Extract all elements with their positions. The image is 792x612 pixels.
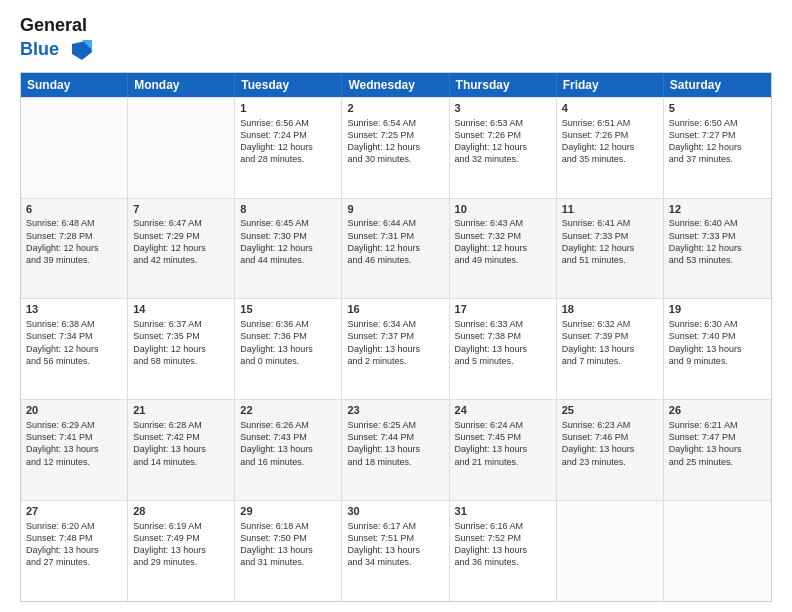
- cal-cell: 14Sunrise: 6:37 AMSunset: 7:35 PMDayligh…: [128, 299, 235, 399]
- day-number: 17: [455, 302, 551, 317]
- cal-header-saturday: Saturday: [664, 73, 771, 97]
- cal-cell: 6Sunrise: 6:48 AMSunset: 7:28 PMDaylight…: [21, 199, 128, 299]
- cell-info: Sunrise: 6:19 AMSunset: 7:49 PMDaylight:…: [133, 520, 229, 569]
- cal-cell: 18Sunrise: 6:32 AMSunset: 7:39 PMDayligh…: [557, 299, 664, 399]
- cal-header-thursday: Thursday: [450, 73, 557, 97]
- cal-cell: 2Sunrise: 6:54 AMSunset: 7:25 PMDaylight…: [342, 98, 449, 198]
- day-number: 6: [26, 202, 122, 217]
- cell-info: Sunrise: 6:26 AMSunset: 7:43 PMDaylight:…: [240, 419, 336, 468]
- calendar-body: 1Sunrise: 6:56 AMSunset: 7:24 PMDaylight…: [21, 97, 771, 601]
- header: General Blue: [20, 16, 772, 64]
- cal-week-5: 27Sunrise: 6:20 AMSunset: 7:48 PMDayligh…: [21, 500, 771, 601]
- day-number: 21: [133, 403, 229, 418]
- calendar: SundayMondayTuesdayWednesdayThursdayFrid…: [20, 72, 772, 602]
- cell-info: Sunrise: 6:41 AMSunset: 7:33 PMDaylight:…: [562, 217, 658, 266]
- cell-info: Sunrise: 6:48 AMSunset: 7:28 PMDaylight:…: [26, 217, 122, 266]
- cal-cell: 31Sunrise: 6:16 AMSunset: 7:52 PMDayligh…: [450, 501, 557, 601]
- day-number: 7: [133, 202, 229, 217]
- day-number: 2: [347, 101, 443, 116]
- cal-cell: 1Sunrise: 6:56 AMSunset: 7:24 PMDaylight…: [235, 98, 342, 198]
- day-number: 18: [562, 302, 658, 317]
- day-number: 14: [133, 302, 229, 317]
- cell-info: Sunrise: 6:21 AMSunset: 7:47 PMDaylight:…: [669, 419, 766, 468]
- cell-info: Sunrise: 6:30 AMSunset: 7:40 PMDaylight:…: [669, 318, 766, 367]
- day-number: 13: [26, 302, 122, 317]
- logo-blue: Blue: [20, 36, 96, 64]
- cal-header-friday: Friday: [557, 73, 664, 97]
- day-number: 30: [347, 504, 443, 519]
- day-number: 26: [669, 403, 766, 418]
- day-number: 24: [455, 403, 551, 418]
- day-number: 1: [240, 101, 336, 116]
- cal-cell: 28Sunrise: 6:19 AMSunset: 7:49 PMDayligh…: [128, 501, 235, 601]
- cal-cell: 17Sunrise: 6:33 AMSunset: 7:38 PMDayligh…: [450, 299, 557, 399]
- cal-cell: 9Sunrise: 6:44 AMSunset: 7:31 PMDaylight…: [342, 199, 449, 299]
- cal-cell: 20Sunrise: 6:29 AMSunset: 7:41 PMDayligh…: [21, 400, 128, 500]
- cell-info: Sunrise: 6:24 AMSunset: 7:45 PMDaylight:…: [455, 419, 551, 468]
- day-number: 5: [669, 101, 766, 116]
- cell-info: Sunrise: 6:54 AMSunset: 7:25 PMDaylight:…: [347, 117, 443, 166]
- calendar-header-row: SundayMondayTuesdayWednesdayThursdayFrid…: [21, 73, 771, 97]
- day-number: 20: [26, 403, 122, 418]
- cal-cell: 3Sunrise: 6:53 AMSunset: 7:26 PMDaylight…: [450, 98, 557, 198]
- cal-cell: 25Sunrise: 6:23 AMSunset: 7:46 PMDayligh…: [557, 400, 664, 500]
- day-number: 22: [240, 403, 336, 418]
- cell-info: Sunrise: 6:51 AMSunset: 7:26 PMDaylight:…: [562, 117, 658, 166]
- cell-info: Sunrise: 6:36 AMSunset: 7:36 PMDaylight:…: [240, 318, 336, 367]
- cell-info: Sunrise: 6:38 AMSunset: 7:34 PMDaylight:…: [26, 318, 122, 367]
- cell-info: Sunrise: 6:43 AMSunset: 7:32 PMDaylight:…: [455, 217, 551, 266]
- cell-info: Sunrise: 6:16 AMSunset: 7:52 PMDaylight:…: [455, 520, 551, 569]
- cal-cell: 21Sunrise: 6:28 AMSunset: 7:42 PMDayligh…: [128, 400, 235, 500]
- cal-header-tuesday: Tuesday: [235, 73, 342, 97]
- day-number: 29: [240, 504, 336, 519]
- cell-info: Sunrise: 6:28 AMSunset: 7:42 PMDaylight:…: [133, 419, 229, 468]
- cell-info: Sunrise: 6:40 AMSunset: 7:33 PMDaylight:…: [669, 217, 766, 266]
- cell-info: Sunrise: 6:53 AMSunset: 7:26 PMDaylight:…: [455, 117, 551, 166]
- cell-info: Sunrise: 6:23 AMSunset: 7:46 PMDaylight:…: [562, 419, 658, 468]
- day-number: 31: [455, 504, 551, 519]
- cell-info: Sunrise: 6:50 AMSunset: 7:27 PMDaylight:…: [669, 117, 766, 166]
- cell-info: Sunrise: 6:25 AMSunset: 7:44 PMDaylight:…: [347, 419, 443, 468]
- cal-week-3: 13Sunrise: 6:38 AMSunset: 7:34 PMDayligh…: [21, 298, 771, 399]
- cal-cell: 27Sunrise: 6:20 AMSunset: 7:48 PMDayligh…: [21, 501, 128, 601]
- day-number: 27: [26, 504, 122, 519]
- cal-week-2: 6Sunrise: 6:48 AMSunset: 7:28 PMDaylight…: [21, 198, 771, 299]
- day-number: 25: [562, 403, 658, 418]
- day-number: 10: [455, 202, 551, 217]
- cal-cell: 4Sunrise: 6:51 AMSunset: 7:26 PMDaylight…: [557, 98, 664, 198]
- cal-cell: 29Sunrise: 6:18 AMSunset: 7:50 PMDayligh…: [235, 501, 342, 601]
- cell-info: Sunrise: 6:17 AMSunset: 7:51 PMDaylight:…: [347, 520, 443, 569]
- logo-icon: [68, 36, 96, 64]
- cal-cell: 8Sunrise: 6:45 AMSunset: 7:30 PMDaylight…: [235, 199, 342, 299]
- day-number: 23: [347, 403, 443, 418]
- logo: General Blue: [20, 16, 96, 64]
- day-number: 3: [455, 101, 551, 116]
- cal-cell: 13Sunrise: 6:38 AMSunset: 7:34 PMDayligh…: [21, 299, 128, 399]
- day-number: 19: [669, 302, 766, 317]
- cell-info: Sunrise: 6:34 AMSunset: 7:37 PMDaylight:…: [347, 318, 443, 367]
- day-number: 9: [347, 202, 443, 217]
- cal-cell: [21, 98, 128, 198]
- cal-cell: 16Sunrise: 6:34 AMSunset: 7:37 PMDayligh…: [342, 299, 449, 399]
- page: General Blue SundayMondayTuesdayWednesda…: [0, 0, 792, 612]
- day-number: 16: [347, 302, 443, 317]
- cal-cell: 12Sunrise: 6:40 AMSunset: 7:33 PMDayligh…: [664, 199, 771, 299]
- cal-cell: 7Sunrise: 6:47 AMSunset: 7:29 PMDaylight…: [128, 199, 235, 299]
- cal-week-4: 20Sunrise: 6:29 AMSunset: 7:41 PMDayligh…: [21, 399, 771, 500]
- cell-info: Sunrise: 6:33 AMSunset: 7:38 PMDaylight:…: [455, 318, 551, 367]
- cell-info: Sunrise: 6:45 AMSunset: 7:30 PMDaylight:…: [240, 217, 336, 266]
- day-number: 12: [669, 202, 766, 217]
- cal-cell: [664, 501, 771, 601]
- logo-general: General: [20, 16, 96, 36]
- cell-info: Sunrise: 6:37 AMSunset: 7:35 PMDaylight:…: [133, 318, 229, 367]
- cal-cell: 11Sunrise: 6:41 AMSunset: 7:33 PMDayligh…: [557, 199, 664, 299]
- cal-cell: [557, 501, 664, 601]
- cell-info: Sunrise: 6:18 AMSunset: 7:50 PMDaylight:…: [240, 520, 336, 569]
- day-number: 8: [240, 202, 336, 217]
- cal-cell: [128, 98, 235, 198]
- cal-header-monday: Monday: [128, 73, 235, 97]
- cal-week-1: 1Sunrise: 6:56 AMSunset: 7:24 PMDaylight…: [21, 97, 771, 198]
- cell-info: Sunrise: 6:20 AMSunset: 7:48 PMDaylight:…: [26, 520, 122, 569]
- cal-header-sunday: Sunday: [21, 73, 128, 97]
- cell-info: Sunrise: 6:29 AMSunset: 7:41 PMDaylight:…: [26, 419, 122, 468]
